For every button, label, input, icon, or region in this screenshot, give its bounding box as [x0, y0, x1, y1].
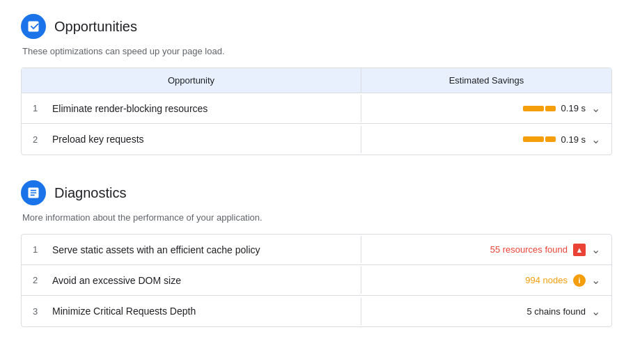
bar-segment-full	[523, 106, 544, 111]
opportunities-header: Opportunities	[21, 14, 612, 39]
row-number: 1	[22, 103, 47, 113]
expand-chevron-icon[interactable]: ⌄	[591, 305, 600, 318]
row-number: 2	[22, 134, 47, 145]
row-value: 5 chains found ⌄	[361, 298, 611, 325]
row-number: 3	[22, 306, 47, 317]
table-row: 3 Minimize Critical Requests Depth 5 cha…	[22, 296, 611, 326]
expand-chevron-icon[interactable]: ⌄	[591, 133, 600, 146]
row-value: 0.19 s ⌄	[361, 126, 611, 153]
diagnostics-table: 1 Serve static assets with an efficient …	[21, 234, 612, 327]
opportunities-table: Opportunity Estimated Savings 1 Eliminat…	[21, 68, 612, 155]
status-text: 5 chains found	[526, 306, 586, 317]
diagnostics-subtitle: More information about the performance o…	[22, 212, 612, 223]
status-text: 55 resources found	[490, 244, 568, 255]
diagnostics-header: Diagnostics	[21, 180, 612, 205]
status-text: 994 nodes	[525, 275, 568, 285]
row-label: Eliminate render-blocking resources	[47, 96, 361, 121]
diagnostics-section: Diagnostics More information about the p…	[21, 180, 612, 327]
bar-segment-half	[545, 136, 556, 142]
table-row: 1 Serve static assets with an efficient …	[22, 235, 611, 265]
savings-time: 0.19 s	[561, 134, 586, 145]
bar-segment-half	[545, 106, 556, 111]
diagnostics-icon	[21, 180, 46, 205]
savings-time: 0.19 s	[561, 103, 586, 113]
bar-segment-full	[523, 136, 544, 142]
opportunity-col-header: Opportunity	[22, 68, 361, 93]
row-value: 0.19 s ⌄	[361, 95, 611, 122]
savings-col-header: Estimated Savings	[361, 68, 611, 93]
diagnostics-title: Diagnostics	[54, 185, 126, 201]
row-label: Avoid an excessive DOM size	[47, 268, 361, 293]
info-icon: i	[573, 274, 586, 287]
warning-icon: ▲	[573, 244, 586, 256]
opportunities-icon	[21, 14, 46, 39]
opportunities-subtitle: These optimizations can speed up your pa…	[22, 46, 612, 56]
opportunities-title: Opportunities	[54, 19, 137, 35]
row-label: Preload key requests	[47, 127, 361, 152]
expand-chevron-icon[interactable]: ⌄	[591, 102, 600, 115]
savings-bar	[523, 136, 556, 142]
opportunities-table-header: Opportunity Estimated Savings	[22, 68, 611, 93]
row-value: 55 resources found ▲ ⌄	[361, 236, 611, 263]
expand-chevron-icon[interactable]: ⌄	[591, 243, 600, 256]
savings-bar	[523, 106, 556, 111]
table-row: 1 Eliminate render-blocking resources 0.…	[22, 93, 611, 124]
expand-chevron-icon[interactable]: ⌄	[591, 274, 600, 287]
row-number: 1	[22, 244, 47, 255]
row-label: Serve static assets with an efficient ca…	[47, 237, 361, 262]
table-row: 2 Preload key requests 0.19 s ⌄	[22, 124, 611, 155]
table-row: 2 Avoid an excessive DOM size 994 nodes …	[22, 265, 611, 296]
row-label: Minimize Critical Requests Depth	[47, 299, 361, 324]
row-value: 994 nodes i ⌄	[361, 267, 611, 294]
row-number: 2	[22, 275, 47, 285]
